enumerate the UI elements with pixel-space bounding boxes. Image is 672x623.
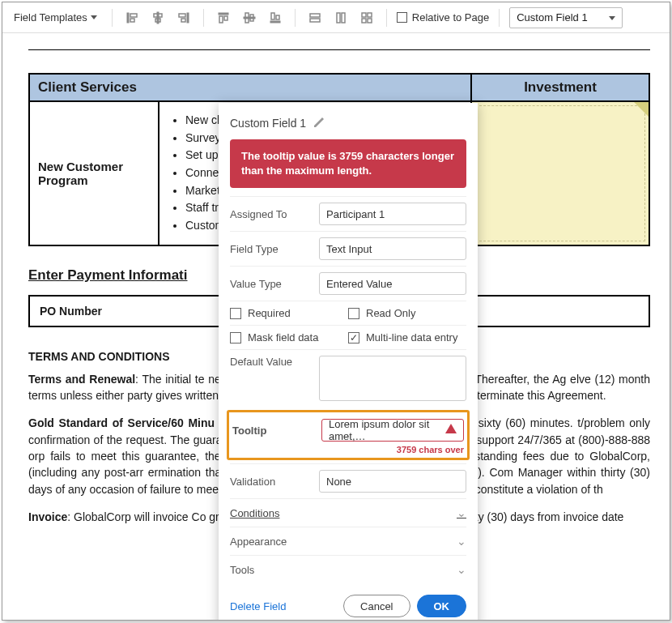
program-name-cell: New Customer Program	[29, 101, 159, 245]
divider	[28, 49, 650, 50]
align-top-button[interactable]	[214, 8, 233, 28]
chevron-down-icon: ⌄	[457, 506, 466, 519]
default-value-row: Default Value	[230, 349, 466, 407]
separator	[112, 9, 113, 27]
separator	[499, 9, 500, 27]
tooltip-row-highlight: Tooltip Lorem ipsum dolor sit amet,… 375…	[227, 410, 470, 460]
checkbox-row-1: Required Read Only	[230, 301, 466, 325]
svg-rect-16	[271, 13, 274, 19]
field-templates-dropdown[interactable]: Field Templates	[9, 8, 102, 27]
field-templates-label: Field Templates	[14, 11, 87, 23]
chevron-down-icon: ⌄	[457, 535, 466, 548]
svg-rect-17	[276, 15, 279, 19]
investment-field-cell[interactable]	[471, 101, 649, 245]
mask-checkbox[interactable]: Mask field data	[230, 331, 348, 344]
field-properties-panel: Custom Field 1 The tooltip value is 3759…	[219, 103, 478, 621]
assigned-to-label: Assigned To	[230, 208, 319, 220]
ok-button[interactable]: OK	[417, 595, 467, 617]
toolbar: Field Templates Relative to Page Custom …	[2, 2, 670, 33]
checkbox-icon	[230, 308, 241, 319]
validation-label: Validation	[230, 476, 319, 488]
panel-footer: Delete Field Cancel OK	[230, 583, 466, 617]
svg-rect-8	[181, 19, 185, 22]
svg-rect-18	[310, 14, 320, 17]
field-type-row: Field Type Text Input	[230, 231, 466, 266]
align-left-button[interactable]	[122, 8, 142, 28]
relative-to-page-toggle[interactable]: Relative to Page	[397, 11, 489, 23]
align-bottom-button[interactable]	[266, 8, 285, 28]
error-banner: The tooltip value is 3759 characters lon…	[230, 139, 466, 188]
chevron-down-icon	[609, 16, 615, 20]
pencil-icon[interactable]	[313, 116, 324, 130]
svg-rect-7	[179, 14, 185, 17]
readonly-checkbox[interactable]: Read Only	[348, 307, 466, 319]
align-center-h-button[interactable]	[148, 8, 168, 28]
checkbox-row-2: Mask field data Multi-line data entry	[230, 325, 466, 349]
svg-rect-1	[130, 14, 137, 17]
svg-rect-21	[342, 13, 345, 23]
panel-title: Custom Field 1	[230, 117, 306, 130]
svg-rect-0	[127, 13, 129, 23]
svg-rect-15	[270, 21, 280, 23]
corner-fold-icon	[634, 102, 649, 117]
conditions-section[interactable]: Conditions ⌄	[230, 498, 466, 527]
align-right-button[interactable]	[174, 8, 194, 28]
field-outline	[475, 105, 645, 241]
cancel-button[interactable]: Cancel	[343, 595, 410, 617]
separator	[386, 9, 387, 27]
checkbox-icon	[397, 12, 407, 23]
svg-rect-25	[368, 19, 372, 23]
tooltip-label: Tooltip	[232, 425, 321, 437]
assigned-to-row: Assigned To Participant 1	[230, 196, 466, 231]
delete-field-link[interactable]: Delete Field	[230, 600, 286, 612]
chevron-down-icon: ⌄	[457, 563, 466, 576]
chevron-down-icon	[91, 15, 97, 19]
match-width-button[interactable]	[305, 8, 325, 28]
checkbox-icon	[230, 332, 241, 344]
svg-rect-24	[362, 19, 366, 23]
value-type-label: Value Type	[230, 278, 319, 290]
svg-rect-6	[187, 13, 189, 23]
field-selector-value: Custom Field 1	[517, 11, 587, 23]
appearance-section[interactable]: Appearance ⌄	[230, 527, 466, 555]
checkbox-icon	[348, 308, 359, 319]
checkbox-checked-icon	[348, 332, 359, 344]
validation-row: Validation None	[230, 463, 466, 498]
tooltip-overflow-text: 3759 chars over	[232, 443, 464, 454]
svg-rect-23	[368, 13, 372, 17]
assigned-to-select[interactable]: Participant 1	[319, 203, 466, 225]
tools-section[interactable]: Tools ⌄	[230, 555, 466, 583]
field-type-select[interactable]: Text Input	[319, 237, 466, 260]
warning-icon	[445, 424, 457, 433]
svg-rect-19	[310, 19, 320, 22]
align-middle-button[interactable]	[240, 8, 259, 28]
relative-to-page-label: Relative to Page	[412, 11, 489, 23]
separator	[295, 9, 296, 27]
svg-rect-2	[130, 19, 134, 22]
match-size-button[interactable]	[357, 8, 376, 28]
svg-rect-9	[219, 13, 228, 15]
field-type-label: Field Type	[230, 243, 319, 255]
multiline-checkbox[interactable]: Multi-line data entry	[348, 331, 466, 344]
panel-header: Custom Field 1	[230, 116, 466, 130]
table-header-right: Investment	[471, 74, 649, 101]
svg-rect-10	[219, 16, 223, 23]
separator	[203, 9, 204, 27]
value-type-select[interactable]: Entered Value	[319, 272, 466, 295]
svg-rect-22	[362, 13, 366, 17]
field-selector-dropdown[interactable]: Custom Field 1	[509, 7, 623, 28]
default-value-label: Default Value	[230, 356, 319, 368]
required-checkbox[interactable]: Required	[230, 307, 348, 319]
validation-select[interactable]: None	[319, 470, 466, 493]
value-type-row: Value Type Entered Value	[230, 266, 466, 301]
table-header-left: Client Services	[29, 74, 471, 101]
default-value-input[interactable]	[319, 356, 466, 401]
svg-rect-11	[224, 16, 228, 20]
svg-rect-20	[337, 13, 340, 23]
tooltip-input[interactable]: Lorem ipsum dolor sit amet,…	[321, 419, 464, 442]
match-height-button[interactable]	[331, 8, 351, 28]
